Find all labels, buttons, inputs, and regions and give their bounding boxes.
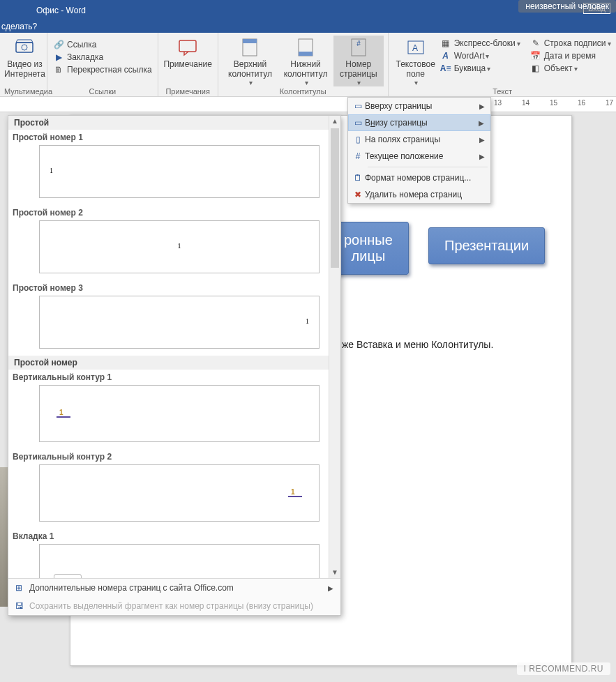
gallery-item-tab1[interactable]: 1 [39,544,320,578]
group-label-headerfooter: Колонтитулы [223,86,384,96]
submenu-arrow-icon: ▶ [479,136,485,144]
object-button[interactable]: ◧Объект [529,62,613,75]
menu-page-margins[interactable]: ▯На полях страницы▶ [348,131,490,148]
gallery-group-plain-number: Простой номер [8,356,340,370]
gallery-scrollbar[interactable]: ▲ ▼ [329,116,340,578]
dropcap-button[interactable]: A≡Буквица [439,62,522,75]
quick-parts-button[interactable]: ▦Экспресс-блоки [439,37,522,50]
horizontal-ruler[interactable]: 13 14 15 16 17 [0,97,616,112]
gallery-item-label: Вкладка 1 [8,529,340,541]
format-icon: 🗒 [351,173,365,183]
submenu-arrow-icon: ▶ [328,584,333,592]
header-button[interactable]: Верхний колонтитул [223,36,278,86]
body-text: же Вставка и меню Колонтитулы. [342,339,493,350]
tab-preview-shape: 1 [54,574,82,578]
object-icon: ◧ [530,63,541,74]
header-icon [239,37,260,58]
datetime-icon: 📅 [530,50,541,61]
office-icon: ⊞ [15,583,29,593]
gallery-item-simple3[interactable]: 1 [39,296,320,349]
menu-current-position[interactable]: #Текущее положение▶ [348,148,490,165]
svg-rect-3 [179,40,196,52]
scroll-down-icon[interactable]: ▼ [329,567,340,578]
save-selection-button: 🖫Сохранить выделенный фрагмент как номер… [8,597,340,615]
menu-bottom-of-page[interactable]: ▭Внизу страницы▶ [348,114,490,131]
window-title: Офис - Word [36,6,86,15]
svg-rect-5 [243,39,257,43]
ribbon: Видео из Интернета Мультимедиа 🔗Ссылка ▶… [0,33,616,97]
cross-ref-icon: 🗎 [53,64,64,75]
tell-me-bar[interactable]: сделать? [0,20,616,33]
menu-top-of-page[interactable]: ▭Вверху страницы▶ [348,98,490,114]
footer-icon [295,37,316,58]
smartart-box-presentations[interactable]: Презентации [428,227,545,264]
scroll-up-icon[interactable]: ▲ [329,116,340,127]
signature-icon: ✎ [530,38,541,49]
submenu-arrow-icon: ▶ [479,103,485,110]
remove-icon: ✖ [351,190,365,199]
gallery-item-label: Простой номер 1 [8,130,340,142]
svg-rect-0 [16,43,33,52]
date-time-button[interactable]: 📅Дата и время [529,50,613,62]
video-icon [14,37,35,58]
comment-icon [177,37,198,58]
doc-margin-icon: ▯ [351,135,365,144]
menu-remove-page-numbers[interactable]: ✖Удалить номера страниц [348,186,490,203]
cross-reference-button[interactable]: 🗎Перекрестная ссылка [52,63,153,76]
bookmark-button[interactable]: ▶Закладка [52,51,105,63]
submenu-arrow-icon: ▶ [479,153,485,160]
hyperlink-button[interactable]: 🔗Ссылка [52,38,98,51]
wordart-icon: A [440,50,451,61]
gallery-item-label: Простой номер 2 [8,205,340,218]
page-number-gallery: Простой Простой номер 1 1 Простой номер … [8,115,341,616]
gallery-item-simple2[interactable]: 1 [39,220,320,273]
footer-button[interactable]: Нижний колонтитул [278,36,333,86]
gallery-item-label: Простой номер 3 [8,280,340,293]
menu-format-page-numbers[interactable]: 🗒Формат номеров страниц... [348,169,490,186]
more-from-office-button[interactable]: ⊞Дополнительные номера страниц с сайта O… [8,579,340,597]
save-icon: 🖫 [15,601,29,611]
gallery-item-label: Вертикальный контур 2 [8,449,340,462]
group-label-multimedia: Мультимедиа [4,86,43,96]
doc-bottom-icon: ▭ [351,118,365,128]
gallery-group-simple: Простой [8,116,340,130]
svg-point-1 [22,45,27,50]
svg-text:#: # [356,40,361,47]
gallery-item-label: Вертикальный контур 1 [8,370,340,382]
wordart-button[interactable]: AWordArt [439,50,522,62]
link-icon: 🔗 [53,39,64,50]
text-box-button[interactable]: A Текстовое поле [393,36,439,86]
page-number-button[interactable]: # Номер страницы [333,36,384,86]
hash-icon: # [351,151,365,161]
bookmark-icon: ▶ [53,52,64,63]
group-label-comments: Примечания [163,86,213,96]
group-label-links: Ссылки [52,86,153,96]
scroll-thumb[interactable] [331,128,339,268]
gallery-item-vertical1[interactable] [39,385,320,442]
overlay-label: неизвестный человек [518,0,616,13]
menu-separator [368,167,488,167]
quickparts-icon: ▦ [440,38,451,49]
online-video-button[interactable]: Видео из Интернета [4,36,45,79]
submenu-arrow-icon: ▶ [479,119,484,127]
gallery-footer: ⊞Дополнительные номера страниц с сайта O… [8,578,340,615]
page-number-icon: # [348,37,369,58]
svg-text:A: A [412,43,418,53]
watermark: I RECOMMEND.RU [517,662,610,675]
comment-button[interactable]: Примечание [163,36,213,69]
doc-top-icon: ▭ [351,101,365,111]
textbox-icon: A [405,37,426,58]
gallery-item-simple1[interactable]: 1 [39,145,320,198]
dropcap-icon: A≡ [440,63,451,74]
svg-rect-7 [299,52,313,56]
page-number-menu: ▭Вверху страницы▶ ▭Внизу страницы▶ ▯На п… [347,97,491,204]
signature-line-button[interactable]: ✎Строка подписи [529,37,613,50]
group-label-text: Текст [393,86,613,96]
gallery-item-vertical2[interactable] [39,464,320,522]
